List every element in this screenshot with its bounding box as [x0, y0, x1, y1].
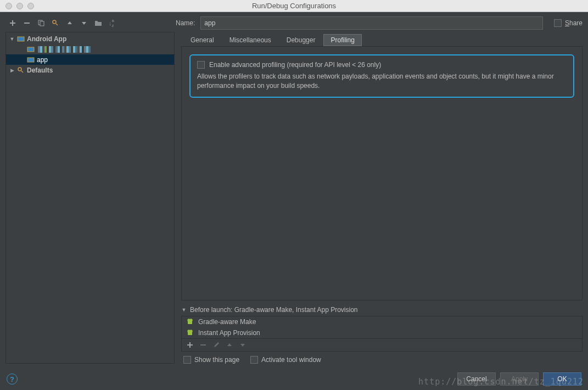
tree-node-app[interactable]: app [6, 54, 174, 65]
activate-tool-window-label: Activate tool window [261, 356, 321, 364]
before-launch-list: Gradle-aware Make Instant App Provision [181, 316, 583, 339]
profiling-panel: Enable advanced profiling (required for … [181, 46, 583, 300]
config-toolbar: ↓a z [5, 19, 176, 27]
ok-button[interactable]: OK [543, 372, 581, 386]
config-tree: ▼ Android App [5, 32, 175, 364]
svg-point-10 [189, 319, 192, 321]
svg-rect-14 [200, 344, 206, 346]
before-launch-header: Before launch: Gradle-aware Make, Instan… [190, 306, 358, 314]
dialog-footer: ? Cancel Apply OK [0, 368, 588, 390]
before-launch-toolbar [181, 339, 583, 352]
zoom-window-icon[interactable] [27, 3, 34, 9]
help-icon[interactable]: ? [7, 374, 18, 385]
apply-button[interactable]: Apply [500, 372, 539, 386]
show-this-page-label: Show this page [194, 356, 239, 364]
tree-node-android-app[interactable]: ▼ Android App [6, 34, 174, 44]
android-app-icon [27, 46, 35, 53]
activate-tool-window-checkbox[interactable] [250, 356, 258, 364]
window-title: Run/Debug Configurations [252, 2, 336, 10]
android-app-icon [17, 35, 25, 43]
remove-task-icon[interactable] [199, 341, 207, 349]
svg-rect-0 [24, 23, 30, 24]
top-row: ↓a z Name: SSharehare [0, 12, 588, 32]
show-this-page-option[interactable]: Show this page [183, 356, 239, 364]
window-controls [5, 3, 34, 9]
share-label: SSharehare [565, 19, 583, 27]
share-checkbox[interactable] [554, 19, 562, 27]
profiling-description: Allows the profilers to track data such … [197, 72, 567, 91]
svg-point-13 [189, 330, 192, 332]
title-bar: Run/Debug Configurations [0, 0, 588, 12]
name-input[interactable] [200, 16, 543, 30]
before-launch-section: ▼ Before launch: Gradle-aware Make, Inst… [181, 306, 583, 364]
add-config-icon[interactable] [9, 19, 16, 27]
wrench-config-icon[interactable] [52, 19, 59, 27]
tree-node-label: Android App [27, 35, 66, 43]
chevron-right-icon: ▶ [9, 68, 15, 73]
list-item[interactable]: Instant App Provision [182, 327, 582, 338]
android-app-icon [27, 56, 35, 64]
minimize-window-icon[interactable] [16, 3, 23, 9]
folder-icon[interactable] [94, 19, 102, 27]
enable-advanced-profiling-label: Enable advanced profiling (required for … [209, 61, 381, 69]
android-robot-icon [186, 329, 194, 337]
chevron-down-icon[interactable]: ▼ [181, 307, 187, 313]
tree-node-obscured[interactable] [6, 44, 174, 54]
close-window-icon[interactable] [5, 3, 12, 9]
edit-task-icon[interactable] [212, 341, 220, 349]
move-down-icon[interactable] [239, 341, 247, 349]
tree-node-label: app [37, 56, 48, 64]
copy-config-icon[interactable] [37, 19, 45, 27]
svg-point-7 [18, 68, 21, 71]
svg-point-3 [53, 20, 56, 24]
tab-bar: General Miscellaneous Debugger Profiling [181, 32, 583, 46]
tab-profiling[interactable]: Profiling [323, 34, 361, 46]
profiling-callout: Enable advanced profiling (required for … [189, 54, 574, 98]
obscured-label [38, 46, 91, 53]
move-up-icon[interactable] [66, 19, 74, 27]
add-task-icon[interactable] [186, 341, 194, 349]
enable-advanced-profiling-checkbox[interactable] [197, 61, 205, 69]
remove-config-icon[interactable] [23, 19, 31, 27]
chevron-down-icon: ▼ [9, 36, 15, 42]
tree-node-label: Defaults [27, 66, 53, 74]
android-robot-icon [186, 318, 194, 326]
wrench-icon [17, 66, 25, 74]
svg-rect-6 [27, 58, 34, 62]
name-label: Name: [176, 19, 195, 27]
show-this-page-checkbox[interactable] [183, 356, 191, 364]
svg-rect-4 [18, 37, 24, 41]
tab-debugger[interactable]: Debugger [279, 34, 323, 46]
tab-general[interactable]: General [183, 34, 221, 46]
cancel-button[interactable]: Cancel [457, 372, 496, 386]
list-item[interactable]: Gradle-aware Make [182, 316, 582, 327]
svg-rect-2 [40, 21, 44, 26]
share-checkbox-wrap[interactable]: SSharehare [554, 19, 583, 27]
sort-icon[interactable]: ↓a z [109, 19, 116, 27]
tab-miscellaneous[interactable]: Miscellaneous [222, 34, 278, 46]
activate-tool-window-option[interactable]: Activate tool window [250, 356, 321, 364]
list-item-label: Instant App Provision [198, 329, 260, 337]
svg-rect-5 [27, 47, 34, 52]
move-up-icon[interactable] [226, 341, 233, 349]
tree-node-defaults[interactable]: ▶ Defaults [6, 65, 174, 75]
list-item-label: Gradle-aware Make [198, 318, 256, 326]
move-down-icon[interactable] [80, 19, 88, 27]
